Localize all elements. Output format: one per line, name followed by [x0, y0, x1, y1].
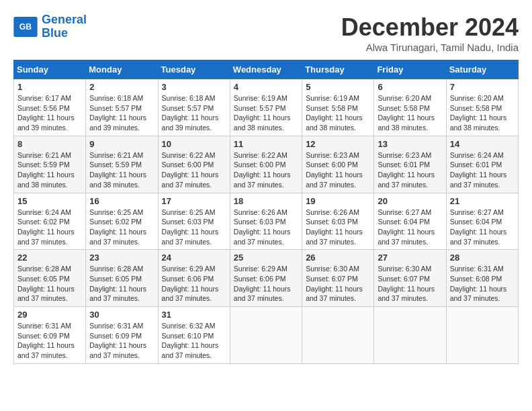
- calendar-cell: 31Sunrise: 6:32 AMSunset: 6:10 PMDayligh…: [158, 307, 230, 364]
- day-info: Sunrise: 6:19 AMSunset: 5:57 PMDaylight:…: [234, 93, 298, 133]
- day-info: Sunrise: 6:31 AMSunset: 6:09 PMDaylight:…: [89, 321, 154, 361]
- calendar-cell: 7Sunrise: 6:20 AMSunset: 5:58 PMDaylight…: [446, 79, 518, 136]
- calendar-cell: 24Sunrise: 6:29 AMSunset: 6:06 PMDayligh…: [158, 250, 230, 307]
- day-number: 17: [162, 196, 226, 206]
- calendar-table: SundayMondayTuesdayWednesdayThursdayFrid…: [13, 60, 519, 364]
- day-info: Sunrise: 6:18 AMSunset: 5:57 PMDaylight:…: [162, 93, 226, 133]
- calendar-cell: 16Sunrise: 6:25 AMSunset: 6:02 PMDayligh…: [86, 193, 158, 250]
- day-info: Sunrise: 6:22 AMSunset: 6:00 PMDaylight:…: [162, 150, 226, 190]
- day-info: Sunrise: 6:23 AMSunset: 6:01 PMDaylight:…: [378, 150, 442, 190]
- calendar-cell: 2Sunrise: 6:18 AMSunset: 5:57 PMDaylight…: [86, 79, 158, 136]
- calendar-cell: 12Sunrise: 6:23 AMSunset: 6:00 PMDayligh…: [302, 136, 374, 193]
- day-number: 24: [162, 253, 226, 263]
- calendar-cell: 15Sunrise: 6:24 AMSunset: 6:02 PMDayligh…: [14, 193, 86, 250]
- day-info: Sunrise: 6:17 AMSunset: 5:56 PMDaylight:…: [17, 93, 82, 133]
- day-number: 4: [234, 82, 298, 92]
- day-info: Sunrise: 6:27 AMSunset: 6:04 PMDaylight:…: [378, 208, 442, 247]
- day-info: Sunrise: 6:27 AMSunset: 6:04 PMDaylight:…: [450, 208, 515, 247]
- day-number: 25: [234, 253, 298, 263]
- logo-line2: Blue: [42, 26, 68, 40]
- calendar-header-row: SundayMondayTuesdayWednesdayThursdayFrid…: [14, 60, 519, 79]
- calendar-cell: 5Sunrise: 6:19 AMSunset: 5:58 PMDaylight…: [302, 79, 374, 136]
- calendar-cell: 20Sunrise: 6:27 AMSunset: 6:04 PMDayligh…: [374, 193, 446, 250]
- day-number: 7: [450, 82, 515, 92]
- title-block: December 2024 Alwa Tirunagari, Tamil Nad…: [341, 13, 519, 53]
- day-number: 11: [234, 139, 298, 149]
- day-number: 10: [162, 139, 226, 149]
- day-info: Sunrise: 6:28 AMSunset: 6:05 PMDaylight:…: [17, 264, 82, 304]
- calendar-cell: [446, 307, 518, 364]
- location: Alwa Tirunagari, Tamil Nadu, India: [341, 42, 519, 53]
- day-number: 30: [89, 310, 154, 320]
- calendar-cell: 13Sunrise: 6:23 AMSunset: 6:01 PMDayligh…: [374, 136, 446, 193]
- day-info: Sunrise: 6:30 AMSunset: 6:07 PMDaylight:…: [306, 264, 370, 304]
- day-number: 28: [450, 253, 515, 263]
- day-info: Sunrise: 6:29 AMSunset: 6:06 PMDaylight:…: [162, 264, 226, 304]
- calendar-week-row: 8Sunrise: 6:21 AMSunset: 5:59 PMDaylight…: [14, 136, 519, 193]
- calendar-cell: 6Sunrise: 6:20 AMSunset: 5:58 PMDaylight…: [374, 79, 446, 136]
- calendar-cell: 17Sunrise: 6:25 AMSunset: 6:03 PMDayligh…: [158, 193, 230, 250]
- calendar-week-row: 1Sunrise: 6:17 AMSunset: 5:56 PMDaylight…: [14, 79, 519, 136]
- day-info: Sunrise: 6:31 AMSunset: 6:09 PMDaylight:…: [17, 321, 82, 361]
- month-title: December 2024: [341, 13, 519, 42]
- calendar-cell: 8Sunrise: 6:21 AMSunset: 5:59 PMDaylight…: [14, 136, 86, 193]
- day-info: Sunrise: 6:22 AMSunset: 6:00 PMDaylight:…: [234, 150, 298, 190]
- day-info: Sunrise: 6:24 AMSunset: 6:01 PMDaylight:…: [450, 150, 515, 190]
- day-info: Sunrise: 6:20 AMSunset: 5:58 PMDaylight:…: [450, 93, 515, 133]
- day-number: 2: [89, 82, 154, 92]
- day-info: Sunrise: 6:25 AMSunset: 6:03 PMDaylight:…: [162, 208, 226, 247]
- logo: GB General Blue: [13, 13, 87, 40]
- calendar-cell: 19Sunrise: 6:26 AMSunset: 6:03 PMDayligh…: [302, 193, 374, 250]
- day-number: 27: [378, 253, 442, 263]
- day-info: Sunrise: 6:32 AMSunset: 6:10 PMDaylight:…: [162, 321, 226, 361]
- logo-icon: GB: [13, 17, 38, 37]
- col-header-monday: Monday: [86, 60, 158, 79]
- day-number: 23: [89, 253, 154, 263]
- day-number: 5: [306, 82, 370, 92]
- col-header-tuesday: Tuesday: [158, 60, 230, 79]
- day-info: Sunrise: 6:25 AMSunset: 6:02 PMDaylight:…: [89, 208, 154, 247]
- calendar-cell: 25Sunrise: 6:29 AMSunset: 6:06 PMDayligh…: [230, 250, 302, 307]
- col-header-thursday: Thursday: [302, 60, 374, 79]
- col-header-saturday: Saturday: [446, 60, 518, 79]
- day-number: 8: [17, 139, 82, 149]
- day-number: 26: [306, 253, 370, 263]
- calendar-week-row: 15Sunrise: 6:24 AMSunset: 6:02 PMDayligh…: [14, 193, 519, 250]
- day-number: 22: [17, 253, 82, 263]
- day-info: Sunrise: 6:24 AMSunset: 6:02 PMDaylight:…: [17, 208, 82, 247]
- day-number: 14: [450, 139, 515, 149]
- calendar-cell: 14Sunrise: 6:24 AMSunset: 6:01 PMDayligh…: [446, 136, 518, 193]
- day-info: Sunrise: 6:31 AMSunset: 6:08 PMDaylight:…: [450, 264, 515, 304]
- calendar-cell: [230, 307, 302, 364]
- calendar-cell: 18Sunrise: 6:26 AMSunset: 6:03 PMDayligh…: [230, 193, 302, 250]
- day-info: Sunrise: 6:23 AMSunset: 6:00 PMDaylight:…: [306, 150, 370, 190]
- day-number: 15: [17, 196, 82, 206]
- col-header-sunday: Sunday: [14, 60, 86, 79]
- calendar-cell: 30Sunrise: 6:31 AMSunset: 6:09 PMDayligh…: [86, 307, 158, 364]
- day-info: Sunrise: 6:26 AMSunset: 6:03 PMDaylight:…: [234, 208, 298, 247]
- calendar-cell: 4Sunrise: 6:19 AMSunset: 5:57 PMDaylight…: [230, 79, 302, 136]
- calendar-cell: 28Sunrise: 6:31 AMSunset: 6:08 PMDayligh…: [446, 250, 518, 307]
- day-info: Sunrise: 6:30 AMSunset: 6:07 PMDaylight:…: [378, 264, 442, 304]
- day-info: Sunrise: 6:21 AMSunset: 5:59 PMDaylight:…: [89, 150, 154, 190]
- calendar-cell: 21Sunrise: 6:27 AMSunset: 6:04 PMDayligh…: [446, 193, 518, 250]
- col-header-friday: Friday: [374, 60, 446, 79]
- day-info: Sunrise: 6:28 AMSunset: 6:05 PMDaylight:…: [89, 264, 154, 304]
- day-number: 18: [234, 196, 298, 206]
- day-number: 13: [378, 139, 442, 149]
- col-header-wednesday: Wednesday: [230, 60, 302, 79]
- day-number: 1: [17, 82, 82, 92]
- day-info: Sunrise: 6:26 AMSunset: 6:03 PMDaylight:…: [306, 208, 370, 247]
- page-header: GB General Blue December 2024 Alwa Tirun…: [13, 13, 519, 53]
- day-number: 16: [89, 196, 154, 206]
- day-info: Sunrise: 6:29 AMSunset: 6:06 PMDaylight:…: [234, 264, 298, 304]
- day-number: 6: [378, 82, 442, 92]
- calendar-cell: 29Sunrise: 6:31 AMSunset: 6:09 PMDayligh…: [14, 307, 86, 364]
- calendar-week-row: 22Sunrise: 6:28 AMSunset: 6:05 PMDayligh…: [14, 250, 519, 307]
- day-number: 19: [306, 196, 370, 206]
- calendar-cell: 11Sunrise: 6:22 AMSunset: 6:00 PMDayligh…: [230, 136, 302, 193]
- day-number: 3: [162, 82, 226, 92]
- day-number: 20: [378, 196, 442, 206]
- day-number: 31: [162, 310, 226, 320]
- logo-text: General Blue: [42, 13, 87, 40]
